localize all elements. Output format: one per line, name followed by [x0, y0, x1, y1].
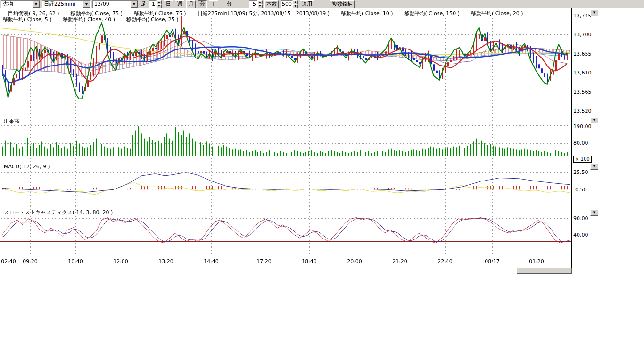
time-axis-label: 13:20: [158, 258, 173, 264]
macd-panel-label: MACD( 12, 26, 9 ): [4, 164, 50, 170]
price-axis-label: 13,700: [573, 32, 592, 38]
chevron-down-icon[interactable]: ▼: [131, 1, 138, 8]
price-axis-label: 13,655: [573, 51, 592, 57]
time-axis-label: 12:00: [113, 258, 128, 264]
spin-down-icon[interactable]: ▼: [257, 4, 263, 8]
legend-item: 移動平均( Close, 20 ): [471, 10, 523, 17]
legend-item: 移動平均( Close, 150 ): [405, 10, 460, 17]
apply-button[interactable]: 適用: [300, 0, 314, 8]
spin-down-icon[interactable]: ▼: [157, 4, 162, 8]
chart-canvas[interactable]: [0, 0, 572, 275]
stoch-panel-collapse-button[interactable]: ▼: [590, 210, 598, 216]
horizontal-scrollbar-thumb[interactable]: [517, 268, 572, 274]
multi-symbol-button[interactable]: 複数銘柄: [330, 0, 355, 8]
stoch-axis-label: 90.00: [573, 215, 588, 222]
chevron-down-icon: ▼: [593, 118, 595, 122]
price-panel-collapse-button[interactable]: ▼: [590, 10, 598, 16]
time-axis-label: 21:20: [392, 258, 407, 264]
chevron-down-icon: ▼: [593, 11, 595, 15]
instrument-select[interactable]: 先物 ▼: [1, 0, 40, 8]
price-axis-label: 13,610: [573, 70, 592, 76]
chevron-down-icon: ▼: [593, 211, 595, 214]
macd-panel-collapse-button[interactable]: ▼: [590, 164, 598, 170]
legend-item: 移動平均( Close, 40 ): [63, 16, 116, 23]
chart-title: 日経225mini 13/09( 5分, 2013/08/15 - 2013/0…: [198, 10, 330, 17]
spin-up-icon[interactable]: ▲: [257, 0, 263, 4]
time-axis-label: 08/17: [485, 258, 500, 264]
period-daily-button[interactable]: 日: [164, 0, 173, 8]
minute-mode-label: 分: [227, 0, 232, 8]
spin-up-icon[interactable]: ▲: [293, 0, 298, 4]
macd-axis-label: -0.50: [573, 187, 586, 193]
toolbar: 先物 ▼ 日経225mini ▼ 13/09 ▼ 足 1 ▲▼ 日 週 月 分 …: [0, 0, 644, 8]
price-axis-label: 13,520: [573, 108, 592, 114]
tick-count-value: 1: [149, 0, 157, 8]
legend-row-2: 移動平均( Close, 5 ) 移動平均( Close, 40 ) 移動平均(…: [3, 16, 179, 23]
legend-item: 移動平均( Close, 10 ): [341, 10, 393, 17]
volume-panel-label: 出来高: [4, 118, 19, 125]
macd-axis-label: 25.50: [573, 169, 588, 175]
volume-panel-collapse-button[interactable]: ▼: [590, 117, 598, 123]
spin-down-icon[interactable]: ▼: [293, 4, 298, 8]
price-axis-label: 13,565: [573, 89, 592, 95]
period-weekly-button[interactable]: 週: [175, 0, 184, 8]
volume-axis-label: 80.00: [573, 140, 588, 146]
price-axis-label: 13,745: [573, 13, 592, 19]
period-minute-button[interactable]: 分: [198, 0, 207, 8]
instrument-value: 先物: [1, 1, 33, 8]
time-axis-label: 09:20: [23, 258, 38, 264]
bar-type-label: 足: [141, 0, 146, 8]
symbol-select[interactable]: 日経225mini ▼: [42, 0, 91, 8]
bar-count-stepper[interactable]: 500 ▲▼: [281, 0, 298, 8]
time-axis-label: 02:40: [1, 258, 16, 264]
legend-item: 移動平均( Close, 5 ): [3, 16, 52, 23]
period-tick-button[interactable]: T: [209, 0, 218, 8]
volume-multiplier-badge: × 100: [573, 156, 592, 163]
spin-up-icon[interactable]: ▲: [157, 0, 162, 4]
minute-value: 5: [249, 0, 257, 8]
tick-count-stepper[interactable]: 1 ▲▼: [149, 0, 162, 8]
minute-value-stepper[interactable]: 5 ▲▼: [249, 0, 263, 8]
stoch-axis-label: 40.00: [573, 232, 588, 238]
time-axis-label: 14:40: [204, 258, 219, 264]
stoch-panel-label: スロー・ストキャスティクス( 14, 3, 80, 20 ): [4, 209, 113, 216]
contract-month-select[interactable]: 13/09 ▼: [92, 0, 138, 8]
legend-item: 移動平均( Close, 25 ): [126, 16, 179, 23]
chevron-down-icon[interactable]: ▼: [83, 1, 90, 8]
bar-count-value: 500: [281, 0, 293, 8]
time-axis-label: 20:00: [347, 258, 362, 264]
chevron-down-icon[interactable]: ▼: [33, 1, 40, 8]
period-monthly-button[interactable]: 月: [186, 0, 196, 8]
time-axis-label: 17:20: [256, 258, 272, 264]
bar-count-label-button[interactable]: 本数: [264, 0, 279, 8]
chevron-down-icon: ▼: [593, 165, 595, 168]
time-axis-label: 22:40: [438, 258, 453, 264]
contract-month-value: 13/09: [93, 1, 131, 8]
time-axis-label: 10:40: [68, 258, 83, 264]
volume-axis-label: 190.00: [573, 123, 592, 130]
time-axis-label: 01:20: [529, 258, 544, 264]
symbol-value: 日経225mini: [42, 1, 83, 8]
time-axis-label: 18:40: [302, 258, 317, 264]
